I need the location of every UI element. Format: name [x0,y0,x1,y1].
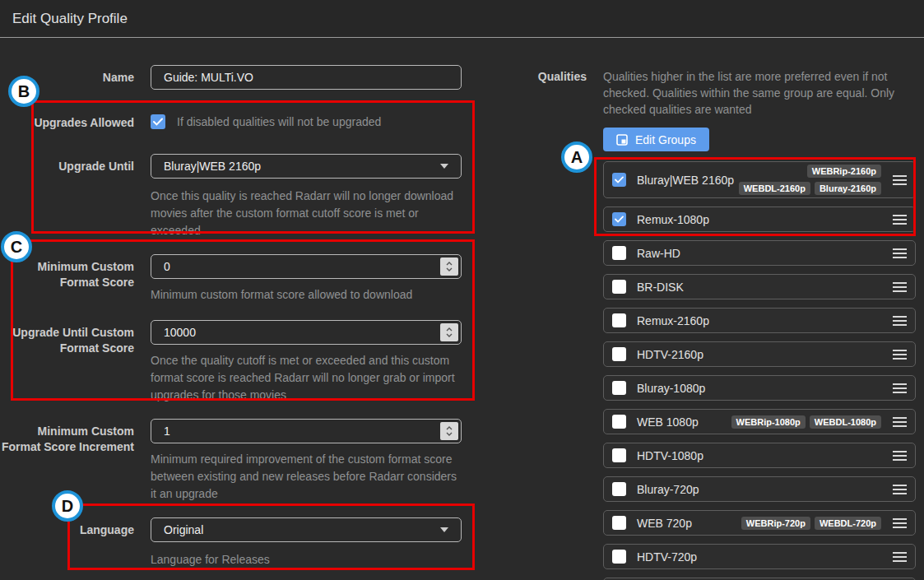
quality-item-label: Raw-HD [637,247,680,260]
form-row-language: Language Original Language for Releases [0,517,494,568]
quality-item-label: HDTV-1080p [637,449,703,462]
quality-item-label: HDTV-720p [637,550,697,564]
drag-handle-icon[interactable] [893,282,907,292]
quality-tag-badge: WEBRip-720p [741,517,810,530]
drag-handle-icon[interactable] [893,350,907,360]
quality-list-item[interactable]: HDTV-720p [603,544,916,569]
drag-handle-icon[interactable] [893,417,907,427]
language-help: Language for Releases [151,551,462,568]
quality-item-label: Remux-2160p [637,314,709,327]
quality-list-item[interactable]: Bluray-720p [603,476,916,502]
quality-item-label: BR-DISK [637,281,684,294]
check-icon [153,118,163,126]
quality-list-item[interactable]: Raw-HD [603,240,916,266]
form-row-name: Name [0,65,494,90]
number-spinner-icon[interactable] [440,323,458,341]
drag-handle-icon[interactable] [893,518,907,528]
quality-list-item[interactable]: WEB 720p WEBRip-720pWEBDL-720p [603,510,916,536]
quality-checkbox[interactable] [612,516,626,530]
qualities-label: Qualities [494,68,587,118]
uu-cfs-help: Once the quality cutoff is met or exceed… [151,352,462,404]
form-row-upgrades-allowed: Upgrades Allowed If disabled qualities w… [0,114,494,131]
language-value: Original [164,523,203,536]
quality-list-item[interactable]: Remux-2160p [603,308,916,333]
quality-checkbox[interactable] [612,280,626,294]
quality-checkbox[interactable] [612,550,626,564]
drag-handle-icon[interactable] [893,215,907,225]
uu-cfs-label: Upgrade Until Custom Format Score [0,320,134,404]
uu-cfs-input[interactable] [151,320,462,345]
form-row-upgrade-until: Upgrade Until Bluray|WEB 2160p Once this… [0,154,494,239]
quality-item-label: HDTV-2160p [637,348,703,361]
quality-item-label: Remux-1080p [637,213,709,226]
quality-checkbox[interactable] [612,347,626,361]
drag-handle-icon[interactable] [893,451,907,461]
quality-list-item[interactable]: Remux-1080p [603,206,916,232]
min-cfs-help: Minimum custom format score allowed to d… [151,286,462,304]
page-title: Edit Quality Profile [12,11,128,27]
quality-checkbox[interactable] [612,482,626,496]
quality-tags: WEBRip-1080pWEBDL-1080p [731,415,881,429]
quality-list-item[interactable]: WEB 1080p WEBRip-1080pWEBDL-1080p [603,409,916,434]
quality-item-label: WEB 720p [637,517,692,530]
drag-handle-icon[interactable] [893,175,907,185]
quality-list-item[interactable]: Bluray|WEB 2160p WEBRip-2160pWEBDL-2160p… [603,161,916,198]
quality-list-item[interactable]: HDTV-2160p [603,341,916,367]
quality-tag-badge: WEBRip-1080p [731,415,806,429]
language-select[interactable]: Original [151,517,462,542]
quality-item-label: Bluray|WEB 2160p [637,174,734,187]
number-spinner-icon[interactable] [440,258,458,276]
quality-checkbox[interactable] [612,448,626,462]
annotation-badge-a: A [561,142,592,173]
quality-checkbox[interactable] [612,415,626,429]
quality-list-item[interactable]: HDTV-1080p [603,443,916,468]
name-label: Name [0,65,134,90]
quality-tag-badge: WEBRip-2160p [807,165,881,178]
quality-tag-badge: Bluray-2160p [815,182,881,195]
quality-tags: WEBRip-2160pWEBDL-2160pBluray-2160p [734,165,881,195]
quality-item-label: Bluray-720p [637,483,699,496]
edit-groups-label: Edit Groups [635,133,696,146]
qualities-description: Qualities higher in the list are more pr… [603,68,917,118]
chevron-down-icon [440,164,448,169]
qualities-header: Qualities Qualities higher in the list a… [494,68,924,118]
quality-list-item[interactable]: Bluray-1080p [603,375,916,401]
upgrades-allowed-checkbox[interactable] [151,114,165,129]
min-cfs-label: Minimum Custom Format Score [0,254,134,304]
cfs-increment-help: Minimum required improvement of the cust… [151,451,462,503]
drag-handle-icon[interactable] [893,485,907,494]
check-icon [615,176,624,183]
check-icon [615,216,624,223]
quality-tag-badge: WEBDL-2160p [739,182,810,195]
edit-groups-button[interactable]: Edit Groups [603,128,709,151]
drag-handle-icon[interactable] [893,316,907,326]
qualities-list: Bluray|WEB 2160p WEBRip-2160pWEBDL-2160p… [603,161,916,580]
quality-checkbox[interactable] [612,212,626,226]
chevron-down-icon [440,527,448,532]
upgrade-until-help: Once this quality is reached Radarr will… [151,188,462,239]
ungroup-icon [616,134,628,146]
name-input[interactable] [151,65,462,90]
upgrade-until-select[interactable]: Bluray|WEB 2160p [151,154,462,179]
cfs-increment-input[interactable] [151,419,462,443]
upgrade-until-label: Upgrade Until [0,154,134,239]
language-label: Language [0,517,134,568]
upgrade-until-value: Bluray|WEB 2160p [164,160,261,173]
drag-handle-icon[interactable] [893,248,907,258]
cfs-increment-label: Minimum Custom Format Score Increment [0,419,134,503]
quality-checkbox[interactable] [612,381,626,395]
drag-handle-icon[interactable] [893,552,907,562]
quality-list-item[interactable]: BR-DISK [603,274,916,299]
quality-item-label: Bluray-1080p [637,382,705,395]
quality-checkbox[interactable] [612,313,626,327]
quality-checkbox[interactable] [612,246,626,260]
quality-tags: WEBRip-720pWEBDL-720p [741,517,881,530]
min-cfs-input[interactable] [151,254,462,279]
quality-tag-badge: WEBDL-720p [815,517,881,530]
modal-header: Edit Quality Profile [0,0,924,38]
number-spinner-icon[interactable] [440,422,458,440]
quality-checkbox[interactable] [612,173,626,187]
upgrades-allowed-help: If disabled qualities will not be upgrad… [177,115,381,128]
form-row-min-cfs-increment: Minimum Custom Format Score Increment Mi… [0,419,494,503]
drag-handle-icon[interactable] [893,383,907,393]
